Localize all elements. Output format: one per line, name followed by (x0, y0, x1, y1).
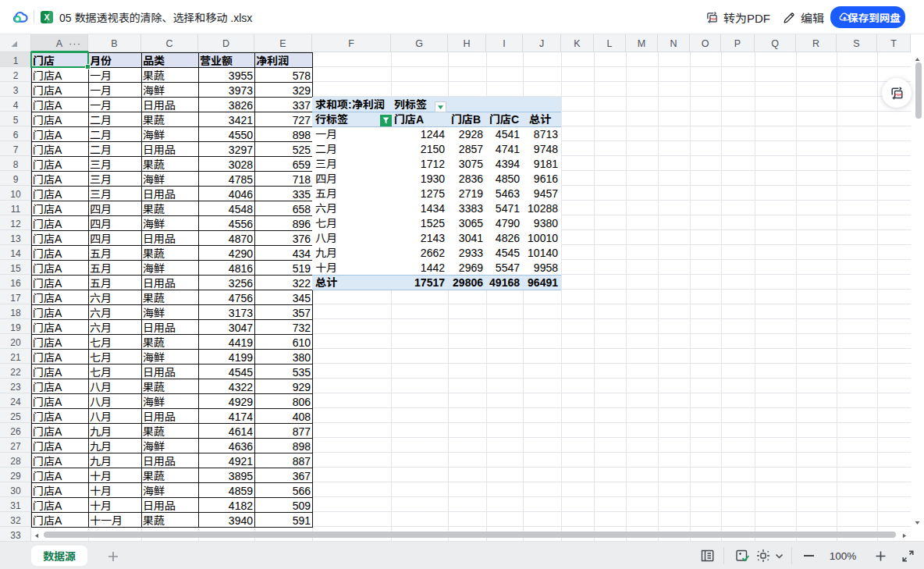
svg-text:PDF: PDF (895, 93, 902, 97)
svg-text:PDF: PDF (710, 17, 716, 21)
